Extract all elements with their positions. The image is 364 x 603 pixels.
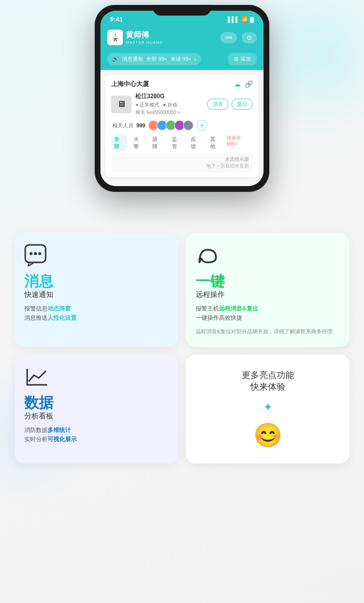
data-desc: 消防数据多维统计 实时分析可视化展示	[24, 426, 168, 444]
tab-other[interactable]: 其他	[207, 135, 224, 151]
data-highlight1: 多维统计	[48, 427, 71, 433]
data-line1: 消防数据	[24, 427, 48, 433]
notification-left[interactable]: 🔊 消息通知 全部 99+ 未读 99+ ›	[107, 53, 201, 65]
data-highlight2: 可视化展示	[48, 436, 77, 443]
camera-button[interactable]: ⊙	[242, 32, 257, 43]
card-action-icons: ☁ 🔗	[234, 80, 253, 88]
scan-icon: ⊞	[234, 56, 238, 62]
phone-frame: 9:41 ▌▌▌ 📶 ▓ 🥋 黄师傅 MASTER HUANG •••	[95, 5, 269, 192]
feature-card-remote: 一键 远程操作 报警主机远程消音&复位 一键操作高效快捷 远程消音&复位对部分品…	[186, 233, 349, 347]
add-button[interactable]: ⊞ 添加	[228, 53, 257, 65]
status-auto: ● 自动	[163, 102, 177, 108]
app-name-cn: 黄师傅	[126, 30, 163, 40]
more-title: 更多亮点功能 快来体验	[242, 369, 294, 393]
sparkle-icon: ✦	[263, 400, 273, 414]
data-title: 数据	[24, 395, 168, 411]
data-line2: 实时分析	[24, 436, 48, 443]
remote-desc: 报警主机远程消音&复位 一键操作高效快捷	[196, 304, 340, 323]
features-grid: 消息 快速通知 报警信息动态弹窗 消息推送人性化设置 一键 远程操作 报警主机远…	[15, 233, 349, 464]
logo-icon: 🥋	[107, 30, 123, 45]
device-image: 🖥	[111, 96, 132, 113]
avatar-group	[148, 120, 194, 131]
all-label: 全部 99+	[146, 55, 167, 63]
avatar-5	[183, 120, 194, 131]
svg-point-3	[38, 252, 41, 255]
tab-fire[interactable]: 火警	[131, 135, 147, 151]
data-icon-wrapper	[24, 365, 168, 390]
signal-icon: ▌▌▌	[228, 17, 239, 22]
message-icon-wrapper	[24, 244, 168, 268]
device-details: 松江3280G ● 正常模式 ● 自动 网关 6e455000000 >	[135, 92, 203, 116]
device-status: ● 正常模式 ● 自动	[135, 102, 203, 108]
mute-button[interactable]: 消音	[207, 99, 229, 110]
device-network: 网关 6e455000000 >	[135, 109, 203, 116]
notification-label: 消息通知	[122, 55, 143, 63]
route-icon	[196, 244, 220, 266]
filter-tabs: 全部 火警 故障 监管 反馈 其他 待补全 999+	[111, 135, 253, 151]
speaker-icon: 🔊	[112, 56, 119, 62]
remote-title: 一键	[196, 273, 340, 289]
people-row: 相关人员 999 +	[111, 120, 253, 131]
remote-note: 远程消音&复位对部分品牌开放，详细了解请联系商务经理	[196, 327, 340, 336]
unread-label: 未读 99+	[170, 55, 192, 63]
tab-all[interactable]: 全部	[111, 135, 128, 151]
device-info: 🖥 松江3280G ● 正常模式 ● 自动 网关 6e455000000 > 消…	[111, 92, 253, 116]
remote-line2: 一键操作高效快捷	[196, 314, 242, 321]
pending-label: 待补全 999+	[227, 135, 253, 151]
phone-screen: 9:41 ▌▌▌ 📶 ▓ 🥋 黄师傅 MASTER HUANG •••	[100, 11, 264, 186]
header-icons: ••• ⊙	[220, 32, 257, 43]
msg-highlight2: 人性化设置	[48, 314, 77, 321]
tab-fault[interactable]: 故障	[149, 135, 166, 151]
alarm-sublocation: 地下一区B30水泵房	[115, 163, 249, 170]
remote-highlight1: 远程消音&复位	[219, 305, 258, 312]
msg-desc-line2: 消息推送	[24, 314, 48, 321]
app-content: 上海中心大厦 ☁ 🔗 🖥 松江3280G ● 正常模式 ● 自动	[100, 70, 264, 186]
status-icons: ▌▌▌ 📶 ▓	[228, 16, 254, 22]
link-icon[interactable]: 🔗	[245, 80, 253, 88]
battery-icon: ▓	[250, 17, 254, 22]
alarm-location: 水流指示器	[115, 156, 249, 163]
app-logo: 🥋 黄师傅 MASTER HUANG	[107, 30, 163, 45]
phone-mockup: 9:41 ▌▌▌ 📶 ▓ 🥋 黄师傅 MASTER HUANG •••	[95, 5, 269, 192]
add-person-button[interactable]: +	[197, 120, 207, 131]
people-label: 相关人员	[112, 122, 133, 129]
remote-icon-wrapper	[196, 244, 340, 268]
device-buttons: 消音 复位	[207, 99, 253, 110]
data-subtitle: 分析看板	[24, 412, 168, 421]
chevron-right-icon: ›	[194, 56, 196, 62]
status-normal: ● 正常模式	[135, 102, 159, 108]
wifi-icon: 📶	[241, 16, 248, 22]
device-name: 松江3280G	[135, 92, 203, 101]
alarm-item: 水流指示器 地下一区B30水泵房	[111, 153, 253, 172]
msg-highlight1: 动态弹窗	[48, 305, 71, 312]
message-subtitle: 快速通知	[24, 290, 168, 299]
building-name: 上海中心大厦	[111, 80, 149, 88]
tab-monitor[interactable]: 监管	[169, 135, 185, 151]
cloud-icon[interactable]: ☁	[234, 80, 241, 88]
svg-point-2	[34, 252, 37, 255]
people-count: 999	[136, 122, 145, 128]
msg-desc-line1: 报警信息	[24, 305, 48, 312]
phone-notch	[153, 5, 211, 16]
reset-button[interactable]: 复位	[232, 99, 253, 110]
chat-icon	[24, 244, 49, 266]
chart-icon	[24, 365, 49, 388]
tab-feedback[interactable]: 反馈	[188, 135, 204, 151]
more-button[interactable]: •••	[220, 32, 237, 43]
remote-line1: 报警主机	[196, 305, 219, 312]
feature-card-data: 数据 分析看板 消防数据多维统计 实时分析可视化展示	[15, 355, 178, 464]
device-card: 上海中心大厦 ☁ 🔗 🖥 松江3280G ● 正常模式 ● 自动	[105, 75, 259, 177]
status-time: 9:41	[110, 16, 123, 23]
notification-bar: 🔊 消息通知 全部 99+ 未读 99+ › ⊞ 添加	[100, 50, 264, 70]
remote-subtitle: 远程操作	[196, 290, 340, 299]
message-title: 消息	[24, 273, 168, 289]
logo-text: 黄师傅 MASTER HUANG	[126, 30, 163, 45]
feature-card-message: 消息 快速通知 报警信息动态弹窗 消息推送人性化设置	[15, 233, 178, 347]
sparkle-wrapper: ✦	[263, 400, 273, 414]
features-section: 消息 快速通知 报警信息动态弹窗 消息推送人性化设置 一键 远程操作 报警主机远…	[0, 233, 364, 464]
card-header: 上海中心大厦 ☁ 🔗	[111, 80, 253, 88]
app-name-en: MASTER HUANG	[126, 40, 163, 45]
message-desc: 报警信息动态弹窗 消息推送人性化设置	[24, 304, 168, 323]
svg-point-1	[30, 252, 33, 255]
feature-card-more: 更多亮点功能 快来体验 ✦ 😊	[186, 355, 349, 464]
